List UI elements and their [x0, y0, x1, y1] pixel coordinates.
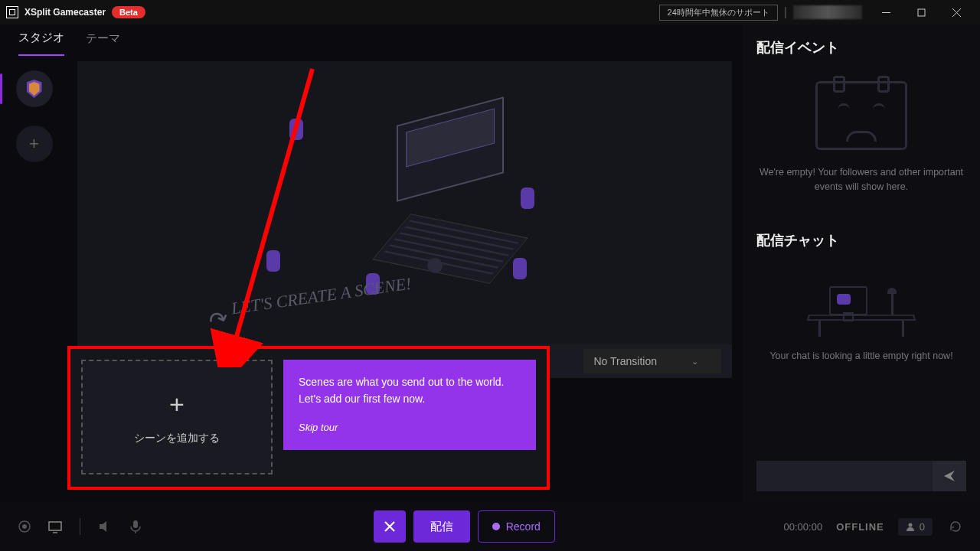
chat-empty-text: Your chat is looking a little empty righ…	[756, 349, 966, 364]
plus-icon: +	[169, 390, 185, 419]
events-empty: We're empty! Your followers and other im…	[756, 67, 966, 217]
record-dot-icon	[492, 523, 500, 530]
stream-button[interactable]: 配信	[413, 510, 470, 543]
svg-point-6	[908, 523, 912, 527]
tooltip-line2: Let's add our first few now.	[299, 390, 521, 407]
bottom-left	[15, 517, 145, 536]
desk-icon	[808, 268, 915, 337]
minimize-button[interactable]	[868, 0, 903, 24]
transition-select[interactable]: No Transition	[583, 349, 721, 373]
webcam-icon[interactable]	[15, 517, 34, 536]
close-window-button[interactable]	[939, 0, 974, 24]
empty-illustration	[259, 103, 550, 302]
bottom-center: 配信 Record	[374, 510, 555, 543]
calendar-sad-icon	[815, 81, 907, 150]
svg-rect-4	[49, 522, 61, 530]
add-scene-label: シーンを追加する	[134, 432, 220, 445]
tab-theme[interactable]: テーマ	[86, 31, 120, 55]
app-name: XSplit Gamecaster	[24, 7, 106, 18]
shield-icon	[27, 80, 42, 98]
scene-rail: +	[0, 24, 66, 502]
chat-title: 配信チャット	[756, 231, 966, 249]
events-empty-text: We're empty! Your followers and other im…	[756, 165, 966, 194]
add-scene-rail-button[interactable]: +	[16, 126, 53, 162]
screen-icon[interactable]	[46, 517, 64, 536]
chevron-down-icon: ⌄	[691, 357, 698, 367]
skip-tour-link[interactable]: Skip tour	[299, 420, 521, 436]
person-icon	[906, 522, 915, 531]
right-panel: 配信イベント We're empty! Your followers and o…	[743, 24, 980, 502]
titlebar-right: 24時間年中無休のサポート |	[659, 0, 974, 24]
window-controls	[868, 0, 974, 24]
timer: 00:00:00	[784, 521, 823, 533]
scene-thumb-1[interactable]	[16, 70, 53, 107]
record-button[interactable]: Record	[478, 510, 555, 543]
maximize-button[interactable]	[903, 0, 939, 24]
tooltip-line1: Scenes are what you send out to the worl…	[299, 373, 521, 390]
viewer-number: 0	[920, 521, 925, 533]
chat-section: 配信チャット Your chat is looking a little emp…	[756, 231, 966, 376]
preview-area[interactable]: LET'S CREATE A SCENE! ↶	[77, 61, 732, 344]
chat-input-row	[756, 461, 966, 502]
x-icon	[384, 521, 395, 532]
send-icon	[943, 470, 956, 482]
speaker-icon[interactable]	[96, 517, 114, 536]
title-bar: XSplit Gamecaster Beta 24時間年中無休のサポート |	[0, 0, 980, 24]
mic-icon[interactable]	[126, 517, 145, 536]
tour-tooltip: Scenes are what you send out to the worl…	[283, 360, 536, 450]
chat-empty: Your chat is looking a little empty righ…	[756, 260, 966, 376]
user-avatar[interactable]	[793, 5, 862, 19]
svg-point-3	[22, 524, 27, 529]
tabs: スタジオ テーマ	[0, 24, 120, 61]
bottom-right: 00:00:00 OFFLINE 0	[784, 517, 965, 536]
stop-stream-button[interactable]	[374, 510, 406, 543]
chat-input[interactable]	[756, 461, 933, 491]
app-logo-icon	[6, 6, 18, 18]
titlebar-left: XSplit Gamecaster Beta	[6, 6, 145, 18]
add-scene-tile[interactable]: + シーンを追加する	[81, 360, 273, 474]
tab-studio[interactable]: スタジオ	[18, 31, 64, 56]
support-button[interactable]: 24時間年中無休のサポート	[659, 5, 778, 21]
refresh-icon[interactable]	[946, 517, 965, 536]
bottom-bar: 配信 Record 00:00:00 OFFLINE 0	[0, 502, 980, 551]
beta-badge: Beta	[112, 6, 145, 18]
status-label: OFFLINE	[836, 521, 884, 533]
events-title: 配信イベント	[756, 38, 966, 57]
svg-rect-5	[133, 520, 138, 528]
viewer-count: 0	[898, 518, 933, 536]
chat-send-button[interactable]	[933, 461, 966, 491]
curve-arrow-icon: ↶	[204, 304, 231, 335]
tour-highlight: + シーンを追加する Scenes are what you send out …	[67, 346, 550, 490]
svg-rect-0	[918, 9, 925, 16]
